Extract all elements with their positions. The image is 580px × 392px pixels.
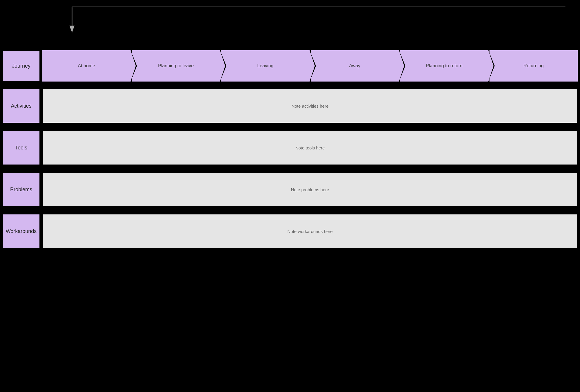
separator-2 xyxy=(2,126,578,128)
problems-row: Problems Note problems here xyxy=(2,172,578,207)
separator-4 xyxy=(2,209,578,212)
workarounds-row: Workarounds Note workarounds here xyxy=(2,214,578,249)
stage-at-home: At home xyxy=(42,50,131,82)
workarounds-cell[interactable]: Note workarounds here xyxy=(42,214,578,249)
stage-away: Away xyxy=(311,50,399,82)
separator-1 xyxy=(2,84,578,86)
journey-label: Journey xyxy=(2,50,40,82)
tools-cell[interactable]: Note tools here xyxy=(42,130,578,165)
chevrons-row: At home Planning to leave Leaving Away xyxy=(42,50,578,82)
tools-row: Tools Note tools here xyxy=(2,130,578,165)
loop-arrow-area xyxy=(0,0,580,48)
stage-planning-to-return: Planning to return xyxy=(400,50,488,82)
separator-3 xyxy=(2,167,578,170)
workarounds-label: Workarounds xyxy=(2,214,40,249)
activities-row: Activities Note activities here xyxy=(2,88,578,123)
tools-label: Tools xyxy=(2,130,40,165)
loop-arrow xyxy=(69,3,571,38)
header-row: Journey At home Planning to leave Leavin… xyxy=(2,50,578,82)
page-wrapper: Journey At home Planning to leave Leavin… xyxy=(0,0,580,392)
problems-cell[interactable]: Note problems here xyxy=(42,172,578,207)
activities-cell[interactable]: Note activities here xyxy=(42,88,578,123)
journey-map: Journey At home Planning to leave Leavin… xyxy=(0,48,580,251)
stage-leaving: Leaving xyxy=(221,50,309,82)
activities-label: Activities xyxy=(2,88,40,123)
problems-label: Problems xyxy=(2,172,40,207)
stage-returning: Returning xyxy=(489,50,578,82)
stage-planning-to-leave: Planning to leave xyxy=(132,50,220,82)
